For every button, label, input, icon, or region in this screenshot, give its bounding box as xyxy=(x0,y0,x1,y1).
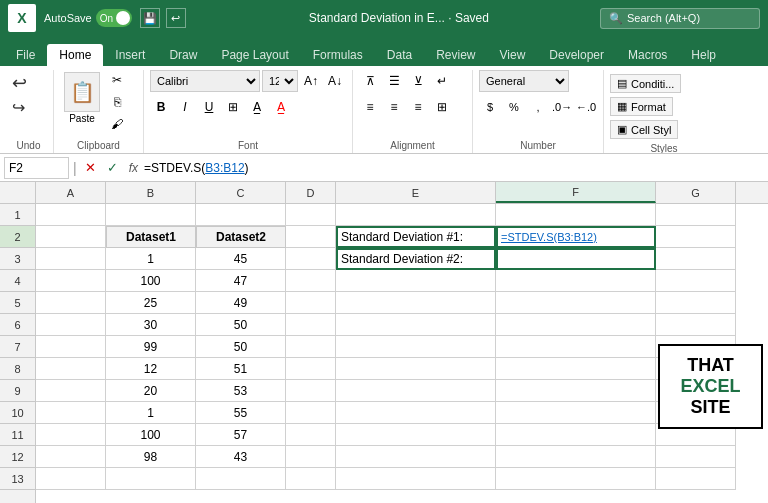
row-header-13[interactable]: 13 xyxy=(0,468,35,490)
cell-c6[interactable]: 50 xyxy=(196,314,286,336)
cell-f11[interactable] xyxy=(496,424,656,446)
cell-e4[interactable] xyxy=(336,270,496,292)
row-header-5[interactable]: 5 xyxy=(0,292,35,314)
col-header-e[interactable]: E xyxy=(336,182,496,203)
cell-c9[interactable]: 53 xyxy=(196,380,286,402)
format-as-table-button[interactable]: ▦ Format xyxy=(610,97,673,116)
decrease-font-button[interactable]: A↓ xyxy=(324,70,346,92)
cell-c13[interactable] xyxy=(196,468,286,490)
cell-e13[interactable] xyxy=(336,468,496,490)
cell-g3[interactable] xyxy=(656,248,736,270)
cut-button[interactable]: ✂ xyxy=(106,70,128,90)
row-header-12[interactable]: 12 xyxy=(0,446,35,468)
percent-button[interactable]: % xyxy=(503,96,525,118)
align-left-button[interactable]: ≡ xyxy=(359,96,381,118)
cell-e1[interactable] xyxy=(336,204,496,226)
cell-d8[interactable] xyxy=(286,358,336,380)
tab-page-layout[interactable]: Page Layout xyxy=(209,44,300,66)
cell-d10[interactable] xyxy=(286,402,336,424)
cell-a11[interactable] xyxy=(36,424,106,446)
cell-f9[interactable] xyxy=(496,380,656,402)
cell-f13[interactable] xyxy=(496,468,656,490)
italic-button[interactable]: I xyxy=(174,96,196,118)
cell-g1[interactable] xyxy=(656,204,736,226)
cell-a5[interactable] xyxy=(36,292,106,314)
cell-b12[interactable]: 98 xyxy=(106,446,196,468)
cell-styles-button[interactable]: ▣ Cell Styl xyxy=(610,120,678,139)
cell-c1[interactable] xyxy=(196,204,286,226)
cell-c3[interactable]: 45 xyxy=(196,248,286,270)
cell-g13[interactable] xyxy=(656,468,736,490)
cell-f4[interactable] xyxy=(496,270,656,292)
underline-button[interactable]: U xyxy=(198,96,220,118)
row-header-11[interactable]: 11 xyxy=(0,424,35,446)
cell-a3[interactable] xyxy=(36,248,106,270)
cell-b7[interactable]: 99 xyxy=(106,336,196,358)
cell-f2[interactable]: =STDEV.S(B3:B12) xyxy=(496,226,656,248)
cell-f7[interactable] xyxy=(496,336,656,358)
cell-d5[interactable] xyxy=(286,292,336,314)
col-header-d[interactable]: D xyxy=(286,182,336,203)
cell-d4[interactable] xyxy=(286,270,336,292)
tab-macros[interactable]: Macros xyxy=(616,44,679,66)
tab-review[interactable]: Review xyxy=(424,44,487,66)
redo-button[interactable]: ↪ xyxy=(10,96,27,119)
undo-title-icon[interactable]: ↩ xyxy=(166,8,186,28)
tab-file[interactable]: File xyxy=(4,44,47,66)
cell-b1[interactable] xyxy=(106,204,196,226)
cell-f5[interactable] xyxy=(496,292,656,314)
cell-b4[interactable]: 100 xyxy=(106,270,196,292)
row-header-8[interactable]: 8 xyxy=(0,358,35,380)
cell-b11[interactable]: 100 xyxy=(106,424,196,446)
tab-developer[interactable]: Developer xyxy=(537,44,616,66)
tab-view[interactable]: View xyxy=(488,44,538,66)
align-bottom-button[interactable]: ⊻ xyxy=(407,70,429,92)
row-header-7[interactable]: 7 xyxy=(0,336,35,358)
cell-f1[interactable] xyxy=(496,204,656,226)
border-button[interactable]: ⊞ xyxy=(222,96,244,118)
tab-data[interactable]: Data xyxy=(375,44,424,66)
font-color-button[interactable]: A̲ xyxy=(270,96,292,118)
cancel-formula-button[interactable]: ✕ xyxy=(81,158,101,178)
cell-a2[interactable] xyxy=(36,226,106,248)
cell-c4[interactable]: 47 xyxy=(196,270,286,292)
cell-a8[interactable] xyxy=(36,358,106,380)
cell-g6[interactable] xyxy=(656,314,736,336)
cell-c11[interactable]: 57 xyxy=(196,424,286,446)
cell-e7[interactable] xyxy=(336,336,496,358)
wrap-text-button[interactable]: ↵ xyxy=(431,70,453,92)
tab-insert[interactable]: Insert xyxy=(103,44,157,66)
cell-c7[interactable]: 50 xyxy=(196,336,286,358)
fill-color-button[interactable]: A̲ xyxy=(246,96,268,118)
align-middle-button[interactable]: ☰ xyxy=(383,70,405,92)
row-header-2[interactable]: 2 xyxy=(0,226,35,248)
cell-d6[interactable] xyxy=(286,314,336,336)
cell-b5[interactable]: 25 xyxy=(106,292,196,314)
comma-button[interactable]: , xyxy=(527,96,549,118)
cell-c10[interactable]: 55 xyxy=(196,402,286,424)
cell-f12[interactable] xyxy=(496,446,656,468)
cell-e5[interactable] xyxy=(336,292,496,314)
font-size-select[interactable]: 12 xyxy=(262,70,298,92)
cell-f6[interactable] xyxy=(496,314,656,336)
number-format-select[interactable]: General xyxy=(479,70,569,92)
cell-d2[interactable] xyxy=(286,226,336,248)
align-right-button[interactable]: ≡ xyxy=(407,96,429,118)
col-header-f[interactable]: F xyxy=(496,182,656,203)
cell-c2[interactable]: Dataset2 xyxy=(196,226,286,248)
cell-b3[interactable]: 1 xyxy=(106,248,196,270)
cell-d12[interactable] xyxy=(286,446,336,468)
cell-d1[interactable] xyxy=(286,204,336,226)
bold-button[interactable]: B xyxy=(150,96,172,118)
cell-a7[interactable] xyxy=(36,336,106,358)
cell-b8[interactable]: 12 xyxy=(106,358,196,380)
font-name-select[interactable]: Calibri xyxy=(150,70,260,92)
cell-f8[interactable] xyxy=(496,358,656,380)
tab-home[interactable]: Home xyxy=(47,44,103,66)
row-header-9[interactable]: 9 xyxy=(0,380,35,402)
cell-f10[interactable] xyxy=(496,402,656,424)
cell-a13[interactable] xyxy=(36,468,106,490)
cell-a4[interactable] xyxy=(36,270,106,292)
cell-a12[interactable] xyxy=(36,446,106,468)
currency-button[interactable]: $ xyxy=(479,96,501,118)
